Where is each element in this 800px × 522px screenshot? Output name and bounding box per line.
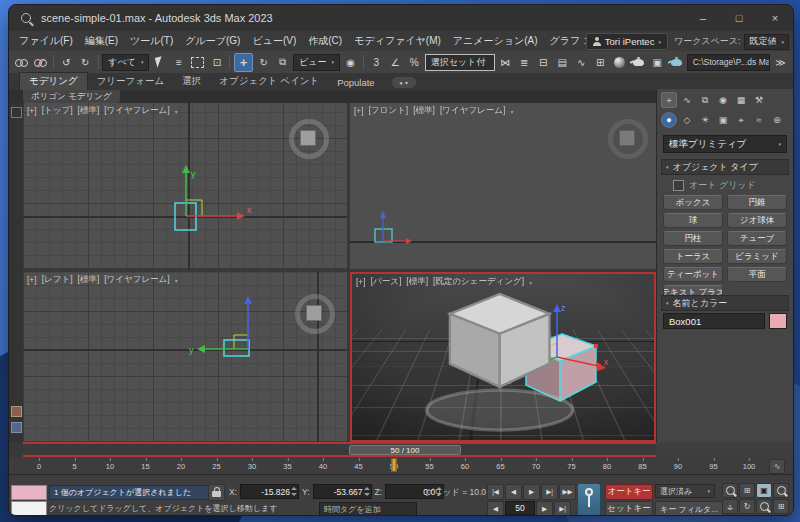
viewport-top-shading-caret[interactable]: ▾ bbox=[175, 108, 178, 115]
select-object-button[interactable] bbox=[151, 54, 168, 71]
frame-tick-30[interactable]: 30 bbox=[248, 462, 256, 471]
viewport-left-label-0[interactable]: [+] bbox=[27, 275, 37, 285]
frame-tick-90[interactable]: 90 bbox=[674, 462, 682, 471]
frame-tick-70[interactable]: 70 bbox=[532, 462, 540, 471]
toolbar-overflow-button[interactable]: ≫ bbox=[772, 54, 789, 71]
viewport-persp-label-2[interactable]: [標準] bbox=[406, 276, 428, 288]
frame-tick-25[interactable]: 25 bbox=[212, 462, 220, 471]
close-button[interactable]: × bbox=[757, 5, 793, 31]
frame-tick-5[interactable]: 5 bbox=[72, 462, 76, 471]
schematic-view-button[interactable]: ⊞ bbox=[592, 54, 609, 71]
left-strip-tool-icon[interactable] bbox=[11, 406, 22, 417]
menu-item-7[interactable]: アニメーション(A) bbox=[447, 34, 544, 48]
region-select-button[interactable] bbox=[189, 54, 206, 71]
tab-display[interactable]: ▦ bbox=[733, 92, 749, 108]
primitive-button-3[interactable]: ジオ球体 bbox=[727, 213, 787, 228]
primitive-button-0[interactable]: ボックス bbox=[663, 195, 723, 210]
move-gizmo-plane-handle[interactable] bbox=[234, 335, 248, 349]
selection-filter-dropdown[interactable]: すべて ▾ bbox=[102, 54, 149, 71]
viewport-persp-label-0[interactable]: [+] bbox=[356, 277, 366, 287]
viewport-left-label-3[interactable]: [ワイヤフレーム] bbox=[104, 274, 169, 286]
move-gizmo-x-arrowhead[interactable] bbox=[406, 238, 412, 244]
frame-tick-40[interactable]: 40 bbox=[319, 462, 327, 471]
tab-motion[interactable]: ◉ bbox=[715, 92, 731, 108]
time-slider-track[interactable]: 50 / 100 bbox=[23, 442, 656, 457]
unlink-selection-button[interactable] bbox=[32, 54, 49, 71]
macro-recorder-field[interactable] bbox=[11, 485, 47, 500]
menu-item-0[interactable]: ファイル(F) bbox=[13, 34, 79, 48]
frame-tick-15[interactable]: 15 bbox=[141, 462, 149, 471]
rendered-frame-window-button[interactable]: ▣ bbox=[649, 54, 666, 71]
left-strip-grid-icon[interactable] bbox=[11, 422, 22, 433]
go-to-end-frame-button[interactable]: ▶| bbox=[554, 501, 571, 516]
workspace-select[interactable]: 既定値 ▾ bbox=[744, 34, 789, 50]
frame-tick-10[interactable]: 10 bbox=[106, 462, 114, 471]
percent-snap-button[interactable]: % bbox=[406, 54, 423, 71]
search-icon[interactable] bbox=[21, 13, 31, 23]
viewcube-left[interactable] bbox=[295, 294, 335, 334]
viewport-top-label-3[interactable]: [ワイヤフレーム] bbox=[104, 105, 169, 117]
previous-key-button[interactable]: ◀ bbox=[505, 484, 522, 500]
redo-button[interactable]: ↻ bbox=[77, 54, 94, 71]
primitive-button-1[interactable]: 円錐 bbox=[727, 195, 787, 210]
ribbon-tab-0[interactable]: モデリング bbox=[19, 72, 88, 90]
y-coordinate-field[interactable]: -53.667 bbox=[313, 484, 372, 499]
undo-button[interactable]: ↺ bbox=[58, 54, 75, 71]
align-button[interactable]: ≣ bbox=[516, 54, 533, 71]
viewport-persp-shading-caret[interactable]: ▾ bbox=[529, 279, 532, 286]
snap-toggle-3d-button[interactable]: 3 bbox=[368, 54, 385, 71]
tab-create[interactable]: ＋ bbox=[661, 92, 677, 108]
viewport-top-label-2[interactable]: [標準] bbox=[78, 105, 100, 117]
select-and-move-button[interactable]: + bbox=[234, 53, 253, 72]
field-of-view-button[interactable] bbox=[756, 499, 772, 514]
frame-tick-75[interactable]: 75 bbox=[567, 462, 575, 471]
orbit-button[interactable]: ↻ bbox=[739, 499, 755, 514]
menu-item-4[interactable]: ビュー(V) bbox=[246, 34, 302, 48]
zoom-extents-button[interactable]: ▣ bbox=[756, 483, 772, 498]
viewport-persp-label-3[interactable]: [既定のシェーディング] bbox=[433, 276, 524, 288]
layer-manager-button[interactable]: ⊟ bbox=[535, 54, 552, 71]
zoom-all-button[interactable]: ⊞ bbox=[739, 483, 755, 498]
primitive-button-6[interactable]: トーラス bbox=[663, 249, 723, 264]
viewport-top[interactable]: [+][トップ][標準][ワイヤフレーム]▾ y x bbox=[23, 103, 347, 269]
menu-item-5[interactable]: 作成(C) bbox=[302, 34, 348, 48]
select-by-name-button[interactable]: ≡ bbox=[170, 54, 187, 71]
mini-curve-editor-button[interactable]: ∿ bbox=[769, 459, 785, 474]
zoom-button[interactable] bbox=[722, 483, 738, 498]
ribbon-tab-2[interactable]: 選択 bbox=[173, 73, 210, 90]
current-frame-field[interactable]: 50 bbox=[505, 501, 535, 515]
mirror-button[interactable]: ⋈ bbox=[497, 54, 514, 71]
frame-tick-80[interactable]: 80 bbox=[603, 462, 611, 471]
viewport-front[interactable]: [+][フロント][標準][ワイヤフレーム]▾ bbox=[350, 103, 656, 269]
frame-tick-35[interactable]: 35 bbox=[283, 462, 291, 471]
category-shapes[interactable]: ◇ bbox=[679, 112, 695, 128]
autogrid-checkbox[interactable] bbox=[673, 180, 684, 191]
viewport-front-label-3[interactable]: [ワイヤフレーム] bbox=[440, 105, 505, 117]
current-frame-marker[interactable] bbox=[392, 458, 397, 472]
ribbon-tab-1[interactable]: フリーフォーム bbox=[88, 73, 174, 90]
frame-tick-55[interactable]: 55 bbox=[425, 462, 433, 471]
ribbon-tab-4[interactable]: Populate bbox=[328, 75, 384, 90]
next-key-button[interactable]: ▶| bbox=[541, 484, 558, 500]
set-key-toggle[interactable]: セットキー bbox=[605, 501, 653, 516]
viewport-left-shading-caret[interactable]: ▾ bbox=[175, 277, 178, 284]
primitive-button-5[interactable]: チューブ bbox=[727, 231, 787, 246]
zoom-region-button[interactable] bbox=[773, 483, 789, 498]
previous-frame-button[interactable]: ◀ bbox=[487, 501, 504, 516]
named-selection-set-field[interactable]: 選択セット付 bbox=[425, 54, 495, 71]
track-bar[interactable]: 0510152025303540455055606570758085909510… bbox=[9, 457, 793, 475]
viewport-front-shading-caret[interactable]: ▾ bbox=[510, 108, 513, 115]
tab-utilities[interactable]: ⚒ bbox=[751, 92, 767, 108]
frame-tick-100[interactable]: 100 bbox=[743, 462, 756, 471]
angle-snap-button[interactable]: ∠ bbox=[387, 54, 404, 71]
move-gizmo-z-arrowhead[interactable] bbox=[244, 296, 252, 304]
maxscript-listener-field[interactable] bbox=[11, 501, 47, 516]
polygon-modeling-tab[interactable]: ポリゴン モデリング bbox=[23, 90, 120, 103]
name-color-rollout-header[interactable]: ▾ 名前とカラー bbox=[661, 295, 789, 311]
menu-item-2[interactable]: ツール(T) bbox=[124, 34, 179, 48]
menu-item-3[interactable]: グループ(G) bbox=[179, 34, 246, 48]
x-coordinate-field[interactable]: -15.826 bbox=[240, 484, 299, 499]
ribbon-toggle-button[interactable]: ▤ bbox=[554, 54, 571, 71]
ribbon-tab-3[interactable]: オブジェクト ペイント bbox=[210, 73, 328, 90]
auto-key-toggle[interactable]: オートキー bbox=[605, 484, 653, 500]
